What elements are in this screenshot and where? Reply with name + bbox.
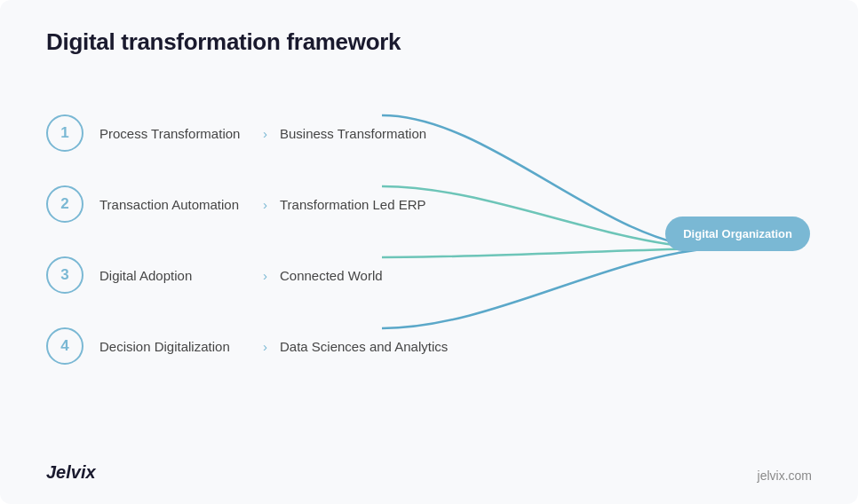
row-label-1: Process Transformation [99, 126, 250, 141]
row-chevron-2: › [263, 197, 267, 212]
row-number-3: 3 [46, 256, 83, 294]
row-label-3: Digital Adoption [99, 268, 250, 283]
page-container: Digital transformation framework 1 Proce… [0, 0, 858, 504]
row-chevron-1: › [263, 126, 267, 141]
row-chevron-3: › [263, 268, 267, 283]
row-chevron-4: › [263, 339, 267, 354]
row-number-1: 1 [46, 114, 83, 152]
brand-label: Jelvix [46, 462, 96, 483]
digital-org-pill: Digital Organization [665, 217, 810, 251]
row-label-4: Decision Digitalization [99, 339, 250, 354]
website-label: jelvix.com [758, 469, 812, 483]
row-number-4: 4 [46, 327, 83, 365]
row-label-2: Transaction Automation [99, 197, 250, 212]
row-number-2: 2 [46, 185, 83, 223]
page-title: Digital transformation framework [46, 28, 401, 56]
